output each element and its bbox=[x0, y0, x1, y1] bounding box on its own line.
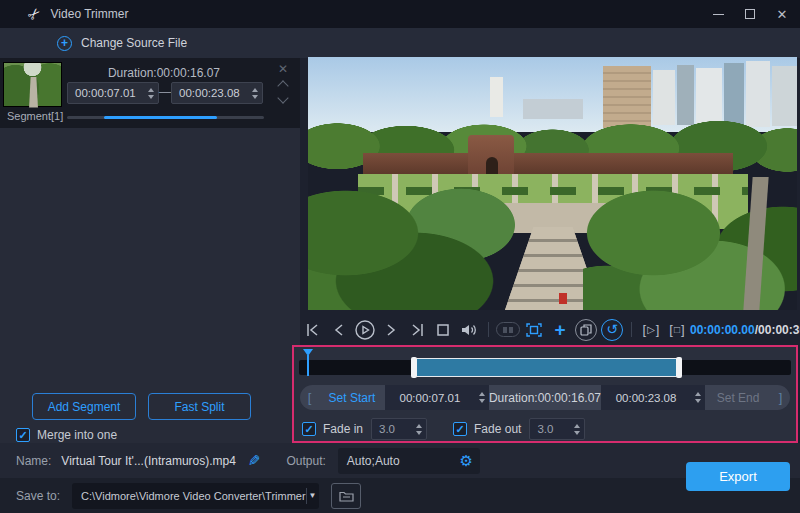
edit-name-button[interactable]: ✎ bbox=[248, 452, 261, 470]
set-time-row: [ Set Start 00:00:07.01 Duration:00:00:1… bbox=[300, 385, 790, 410]
name-label: Name: bbox=[16, 454, 51, 468]
minimize-icon bbox=[713, 14, 724, 15]
segment-progress-track bbox=[67, 116, 264, 119]
output-format-value: Auto;Auto bbox=[338, 454, 460, 468]
merge-into-one-checkbox[interactable]: ✓ bbox=[16, 428, 30, 442]
selection-start-handle[interactable] bbox=[411, 357, 417, 378]
reset-button[interactable]: ↺ bbox=[599, 317, 625, 343]
step-forward-icon bbox=[383, 322, 399, 338]
play-button[interactable] bbox=[352, 317, 378, 343]
titlebar: ✂ Video Trimmer ✕ bbox=[0, 0, 800, 28]
toolbar-divider bbox=[488, 322, 489, 337]
segment-label: Segment[1] bbox=[7, 110, 63, 122]
total-time: /00:00:30.01 bbox=[755, 323, 800, 337]
volume-button[interactable] bbox=[456, 317, 482, 343]
set-start-button[interactable]: Set Start bbox=[319, 391, 385, 405]
close-button[interactable]: ✕ bbox=[774, 6, 790, 22]
step-back-button[interactable] bbox=[326, 317, 352, 343]
dropdown-arrow-icon[interactable]: ▼ bbox=[306, 491, 319, 500]
fast-split-button[interactable]: Fast Split bbox=[148, 393, 251, 420]
trim-start-time-input[interactable]: 00:00:07.01 bbox=[385, 385, 489, 410]
maximize-button[interactable] bbox=[742, 6, 758, 22]
segment-card[interactable]: Segment[1] Duration:00:00:16.07 00:00:07… bbox=[0, 58, 300, 128]
video-preview[interactable] bbox=[308, 57, 797, 310]
export-button[interactable]: Export bbox=[686, 462, 790, 491]
go-to-start-icon bbox=[304, 322, 322, 338]
trim-end-time-value: 00:00:23.08 bbox=[601, 392, 691, 404]
step-forward-button[interactable] bbox=[378, 317, 404, 343]
split-button[interactable] bbox=[495, 317, 521, 343]
stop-segment-button[interactable]: [□] bbox=[664, 317, 690, 343]
volume-icon bbox=[460, 322, 478, 338]
segment-move-up-icon[interactable] bbox=[277, 80, 288, 91]
fade-out-value: 3.0 bbox=[530, 423, 570, 435]
fade-out-checkbox[interactable]: ✓ bbox=[453, 422, 467, 436]
reset-icon: ↺ bbox=[601, 319, 623, 341]
add-source-icon: + bbox=[57, 36, 72, 51]
fade-in-checkbox[interactable]: ✓ bbox=[302, 422, 316, 436]
crop-button[interactable] bbox=[521, 317, 547, 343]
fade-in-input[interactable]: 3.0 bbox=[371, 418, 427, 440]
save-to-select[interactable]: C:\Vidmore\Vidmore Video Converter\Trimm… bbox=[72, 483, 319, 509]
timeline-selection[interactable] bbox=[415, 358, 678, 377]
crop-icon bbox=[525, 322, 543, 338]
timeline-track[interactable] bbox=[299, 360, 791, 375]
fade-in-label: Fade in bbox=[323, 422, 363, 436]
window-title: Video Trimmer bbox=[51, 7, 129, 21]
go-to-end-button[interactable] bbox=[404, 317, 430, 343]
maximize-icon bbox=[745, 9, 755, 19]
add-segment-toolbar-button[interactable]: + bbox=[547, 317, 573, 343]
fade-out-label: Fade out bbox=[474, 422, 521, 436]
output-settings-gear-icon[interactable]: ⚙ bbox=[459, 453, 472, 468]
open-folder-button[interactable] bbox=[331, 483, 361, 509]
segment-delete-button[interactable]: ✕ bbox=[278, 62, 288, 76]
add-segment-button[interactable]: Add Segment bbox=[32, 393, 136, 420]
playhead-stem bbox=[307, 355, 309, 376]
play-icon bbox=[354, 319, 376, 341]
scissors-icon: ✂ bbox=[23, 3, 45, 25]
stop-segment-icon: [□] bbox=[669, 322, 684, 337]
fade-row: ✓ Fade in 3.0 ✓ Fade out 3.0 bbox=[302, 417, 585, 441]
segment-start-time-input[interactable]: 00:00:07.01 bbox=[67, 82, 159, 104]
minimize-button[interactable] bbox=[710, 6, 726, 22]
change-source-button[interactable]: Change Source File bbox=[81, 36, 187, 50]
trim-duration: Duration:00:00:16.07 bbox=[489, 391, 601, 405]
segment-move-down-icon[interactable] bbox=[277, 92, 288, 103]
play-segment-button[interactable]: [▷] bbox=[638, 317, 664, 343]
segment-end-time-input[interactable]: 00:00:23.08 bbox=[171, 82, 263, 104]
trim-end-spinner[interactable] bbox=[691, 385, 705, 410]
playback-toolbar: + ↺ [▷] [□] 00:00:00.00/00:00:30.01 bbox=[300, 314, 800, 345]
save-to-bar: Save to: C:\Vidmore\Vidmore Video Conver… bbox=[0, 478, 800, 513]
set-end-bracket-icon: ] bbox=[771, 390, 790, 405]
copy-segment-button[interactable] bbox=[573, 317, 599, 343]
trim-end-time-input[interactable]: 00:00:23.08 bbox=[601, 385, 705, 410]
go-to-start-button[interactable] bbox=[300, 317, 326, 343]
step-back-icon bbox=[331, 322, 347, 338]
save-to-label: Save to: bbox=[16, 489, 60, 503]
segment-end-spinner[interactable] bbox=[248, 83, 262, 103]
segment-progress-fill bbox=[104, 116, 216, 119]
plus-icon: + bbox=[554, 320, 565, 339]
timeline-playhead[interactable] bbox=[303, 349, 313, 377]
segment-start-spinner[interactable] bbox=[144, 83, 158, 103]
fade-out-input[interactable]: 3.0 bbox=[529, 418, 585, 440]
fade-out-spinner[interactable] bbox=[570, 419, 584, 439]
fade-in-spinner[interactable] bbox=[412, 419, 426, 439]
segment-start-time-value: 00:00:07.01 bbox=[68, 87, 144, 99]
subheader: + Change Source File bbox=[0, 28, 800, 58]
trim-start-spinner[interactable] bbox=[475, 385, 489, 410]
segment-end-time-value: 00:00:23.08 bbox=[172, 87, 248, 99]
name-output-bar: Name: Virtual Tour It'...(Intramuros).mp… bbox=[0, 443, 800, 478]
stop-button[interactable] bbox=[430, 317, 456, 343]
video-trimmer-window: ✂ Video Trimmer ✕ + Change Source File S… bbox=[0, 0, 800, 513]
copy-icon bbox=[575, 319, 597, 341]
output-format-select[interactable]: Auto;Auto ⚙ bbox=[338, 448, 480, 474]
selection-end-handle[interactable] bbox=[676, 357, 682, 378]
folder-icon bbox=[339, 490, 354, 502]
output-label: Output: bbox=[287, 454, 326, 468]
time-display: 00:00:00.00/00:00:30.01 bbox=[690, 323, 800, 337]
go-to-end-icon bbox=[408, 322, 426, 338]
set-end-button[interactable]: Set End bbox=[705, 391, 771, 405]
fade-in-value: 3.0 bbox=[372, 423, 412, 435]
save-to-path: C:\Vidmore\Vidmore Video Converter\Trimm… bbox=[72, 490, 306, 502]
